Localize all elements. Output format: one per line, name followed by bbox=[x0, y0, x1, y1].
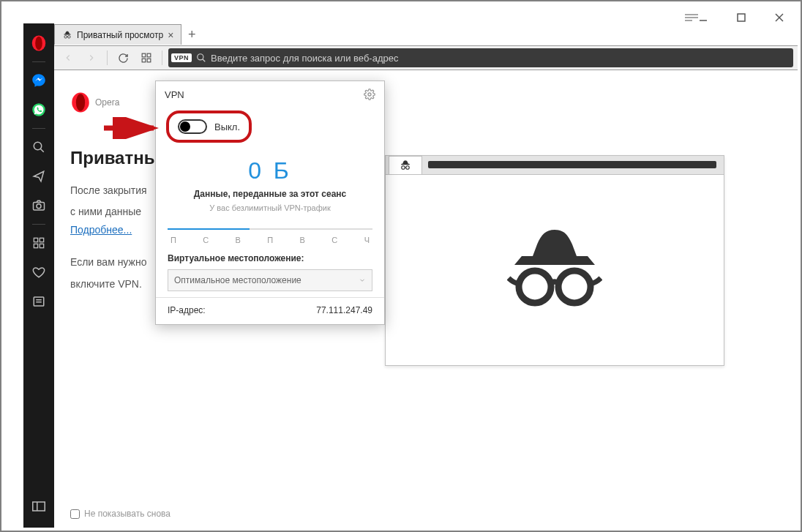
dont-show-label: Не показывать снова bbox=[84, 509, 170, 519]
heart-icon[interactable] bbox=[23, 258, 54, 286]
incognito-window-preview bbox=[385, 155, 724, 366]
tab-private[interactable]: Приватный просмотр × bbox=[54, 24, 181, 45]
svg-point-23 bbox=[64, 35, 67, 38]
incognito-large-icon bbox=[507, 230, 602, 310]
svg-rect-29 bbox=[147, 59, 151, 62]
vpn-session-label: Данные, переданные за этот сеанс bbox=[166, 189, 374, 199]
svg-point-30 bbox=[198, 54, 203, 60]
close-button[interactable] bbox=[767, 7, 792, 28]
sidebar-separator bbox=[32, 61, 45, 62]
chart-day: С bbox=[203, 236, 209, 244]
speed-dial-icon[interactable] bbox=[23, 229, 54, 257]
sidebar-toggle-icon[interactable] bbox=[23, 492, 54, 520]
svg-rect-26 bbox=[142, 53, 146, 57]
minimize-button[interactable] bbox=[691, 7, 716, 28]
vpn-ip-label: IP-адрес: bbox=[168, 305, 206, 315]
svg-point-37 bbox=[519, 271, 551, 303]
vpn-location-label: Виртуальное местоположение: bbox=[168, 253, 372, 263]
svg-rect-4 bbox=[738, 14, 745, 21]
vpn-badge[interactable]: VPN bbox=[171, 53, 192, 62]
new-tab-button[interactable]: + bbox=[181, 24, 202, 45]
chart-day: С bbox=[331, 236, 337, 244]
arrow-annotation bbox=[104, 117, 162, 139]
chart-day: Ч bbox=[364, 236, 370, 244]
chart-day: В bbox=[236, 236, 241, 244]
vpn-location-select[interactable]: Оптимальное местоположение bbox=[168, 269, 372, 291]
chart-day: П bbox=[170, 236, 176, 244]
sidebar-separator bbox=[32, 224, 45, 225]
opera-logo-icon bbox=[70, 92, 91, 113]
vpn-chart: П С В П В С Ч bbox=[156, 222, 384, 244]
dont-show-checkbox[interactable] bbox=[70, 509, 80, 519]
vpn-bytes: 0 Б bbox=[166, 157, 374, 184]
svg-point-13 bbox=[37, 204, 41, 209]
svg-point-8 bbox=[35, 37, 42, 50]
chart-day: П bbox=[267, 236, 273, 244]
maximize-button[interactable] bbox=[729, 7, 754, 28]
vpn-popup-title: VPN bbox=[165, 89, 184, 100]
toolbar: VPN bbox=[54, 45, 798, 70]
svg-rect-16 bbox=[34, 244, 37, 247]
svg-rect-17 bbox=[40, 244, 43, 247]
incognito-address-placeholder bbox=[428, 161, 716, 168]
search-icon[interactable] bbox=[23, 133, 54, 161]
svg-point-33 bbox=[76, 94, 85, 111]
send-icon[interactable] bbox=[23, 162, 54, 190]
vpn-toggle[interactable] bbox=[178, 119, 207, 134]
svg-point-24 bbox=[68, 35, 71, 38]
vpn-location-value: Оптимальное местоположение bbox=[174, 275, 301, 285]
vpn-unlimited-label: У вас безлимитный VPN-трафик bbox=[166, 203, 374, 212]
svg-rect-21 bbox=[33, 502, 45, 511]
svg-rect-14 bbox=[34, 238, 37, 241]
svg-line-11 bbox=[40, 149, 44, 152]
svg-rect-28 bbox=[142, 59, 146, 62]
incognito-icon bbox=[62, 30, 72, 40]
news-icon[interactable] bbox=[23, 288, 54, 315]
speed-dial-button[interactable] bbox=[137, 48, 156, 67]
whatsapp-icon[interactable] bbox=[23, 96, 54, 124]
svg-rect-27 bbox=[147, 53, 151, 57]
address-bar[interactable]: VPN bbox=[168, 48, 793, 67]
tab-title: Приватный просмотр bbox=[77, 30, 163, 40]
incognito-tab-icon bbox=[389, 156, 422, 174]
forward-button[interactable] bbox=[82, 48, 101, 67]
window-controls bbox=[691, 7, 792, 28]
svg-point-38 bbox=[558, 271, 591, 303]
vpn-toggle-label: Выкл. bbox=[214, 121, 240, 132]
reload-button[interactable] bbox=[113, 48, 132, 67]
gear-icon[interactable] bbox=[364, 89, 375, 100]
chevron-down-icon bbox=[359, 277, 366, 284]
search-icon bbox=[196, 53, 206, 63]
learn-more-link[interactable]: Подробнее... bbox=[70, 224, 132, 236]
dont-show-row: Не показывать снова bbox=[70, 509, 170, 519]
svg-point-34 bbox=[402, 166, 405, 170]
tab-close-icon[interactable]: × bbox=[168, 29, 173, 41]
tab-strip: Приватный просмотр × + bbox=[54, 23, 676, 45]
sidebar bbox=[23, 23, 54, 528]
address-input[interactable] bbox=[211, 53, 790, 64]
svg-point-35 bbox=[406, 166, 410, 170]
svg-point-10 bbox=[34, 142, 42, 150]
vpn-popup: VPN Выкл. 0 Б Данные, переданные за этот… bbox=[155, 80, 385, 325]
svg-rect-15 bbox=[40, 238, 43, 241]
toolbar-separator bbox=[107, 50, 108, 65]
opera-logo-icon[interactable] bbox=[23, 29, 54, 57]
messenger-icon[interactable] bbox=[23, 67, 54, 94]
svg-point-39 bbox=[368, 93, 371, 96]
vpn-ip-value: 77.111.247.49 bbox=[316, 305, 372, 315]
vpn-toggle-container: Выкл. bbox=[166, 110, 252, 143]
svg-line-31 bbox=[203, 59, 206, 62]
camera-icon[interactable] bbox=[23, 192, 54, 220]
chart-day: В bbox=[300, 236, 305, 244]
toolbar-separator bbox=[162, 50, 162, 65]
back-button[interactable] bbox=[59, 48, 78, 67]
brand-label: Opera bbox=[95, 97, 119, 108]
sidebar-separator bbox=[32, 128, 45, 129]
